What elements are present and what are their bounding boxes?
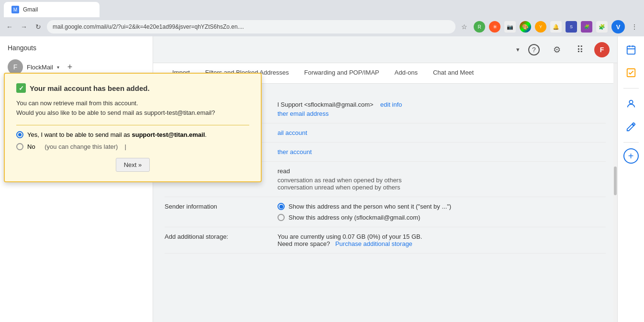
ext-puzzle[interactable]: 🧩 bbox=[581, 21, 592, 33]
browser-tab-gmail[interactable]: M Gmail bbox=[4, 2, 100, 17]
content-area: Hangouts F FlockMail ▾ + No recent chats… bbox=[0, 36, 644, 322]
calendar-icon[interactable] bbox=[622, 40, 641, 59]
modal-desc-line1: You can now retrieve mail from this acco… bbox=[16, 99, 249, 108]
user-avatar[interactable]: F bbox=[594, 42, 610, 57]
hangouts-title: Hangouts bbox=[8, 44, 36, 52]
tab-forwarding[interactable]: Forwarding and POP/IMAP bbox=[297, 63, 387, 83]
hangouts-dropdown-icon[interactable]: ▾ bbox=[57, 65, 59, 70]
hangouts-add-button[interactable]: + bbox=[63, 60, 77, 74]
svg-point-5 bbox=[629, 100, 633, 104]
read-value1: read bbox=[278, 167, 606, 175]
ext-jigsaw[interactable]: 🧩 bbox=[596, 21, 608, 33]
modal-yes-text: Yes, I want to be able to send mail as s… bbox=[27, 131, 207, 138]
right-panel: + bbox=[617, 36, 644, 322]
bookmark-icon[interactable]: ☆ bbox=[458, 21, 470, 33]
another-email-link[interactable]: ther email address bbox=[278, 110, 606, 117]
read-value: read conversation as read when opened by… bbox=[278, 167, 606, 191]
ext-color[interactable]: 🎨 bbox=[520, 21, 531, 33]
tab-label: Gmail bbox=[23, 6, 38, 13]
ext-yellow[interactable]: Y bbox=[535, 21, 546, 33]
right-panel-add-button[interactable]: + bbox=[623, 148, 639, 164]
read-desc2: conversation unread when opened by other… bbox=[278, 184, 606, 191]
storage-label: Add additional storage: bbox=[165, 233, 270, 240]
header-actions: ▾ ? ⚙ ⠿ F bbox=[516, 41, 610, 58]
storage-need-text: Need more space? bbox=[278, 240, 330, 247]
import-value: ther account bbox=[278, 148, 606, 155]
ext-shield[interactable]: S bbox=[566, 21, 577, 33]
sender-option2-row: Show this address only (sflockmail@gmail… bbox=[278, 214, 606, 221]
modal-radio-yes[interactable] bbox=[16, 131, 23, 138]
contacts-icon[interactable] bbox=[622, 94, 641, 113]
sender-option1-label: Show this address and the person who sen… bbox=[289, 203, 451, 210]
send-mail-account: l Support <sflockmail@gmail.com> bbox=[278, 101, 373, 108]
hangouts-header: Hangouts bbox=[0, 36, 153, 56]
send-mail-value: l Support <sflockmail@gmail.com> edit in… bbox=[278, 101, 606, 117]
reload-button[interactable]: ↻ bbox=[33, 21, 44, 33]
ext-camera[interactable]: 📷 bbox=[504, 21, 516, 33]
settings-icon[interactable]: ⚙ bbox=[548, 41, 566, 58]
apps-icon[interactable]: ⠿ bbox=[571, 41, 588, 58]
gmail-header: ▾ ? ⚙ ⠿ F bbox=[153, 36, 617, 63]
modal-divider bbox=[16, 125, 249, 125]
modal-no-sub: (you can change this later) bbox=[44, 143, 118, 150]
ext-bell[interactable]: 🔔 bbox=[550, 21, 562, 33]
right-panel-divider bbox=[623, 88, 639, 89]
forward-button[interactable]: → bbox=[18, 21, 30, 33]
address-text: mail.google.com/mail/u/2/?ui=2&ik=4e20e1… bbox=[53, 23, 244, 30]
browser-toolbar: ← → ↻ mail.google.com/mail/u/2/?ui=2&ik=… bbox=[0, 17, 644, 36]
storage-value: You are currently using 0.07 GB (0%) of … bbox=[278, 233, 606, 247]
scrollbar[interactable] bbox=[613, 63, 617, 322]
modal-title: Your mail account has been added. bbox=[30, 84, 150, 92]
modal-option-no[interactable]: No (you can change this later) | bbox=[16, 143, 249, 150]
mail-account-link[interactable]: ail account bbox=[278, 129, 307, 136]
check-mail-value: ail account bbox=[278, 129, 606, 136]
import-account-link[interactable]: ther account bbox=[278, 148, 312, 155]
sender-option1-row: Show this address and the person who sen… bbox=[278, 203, 606, 210]
ext-recaptcha[interactable]: R bbox=[474, 21, 485, 33]
edit-info-link[interactable]: edit info bbox=[380, 101, 402, 108]
page-wrapper: M Gmail ← → ↻ mail.google.com/mail/u/2/?… bbox=[0, 0, 644, 322]
help-icon[interactable]: ? bbox=[525, 41, 543, 58]
storage-desc: You are currently using 0.07 GB (0%) of … bbox=[278, 233, 606, 240]
tab-favicon: M bbox=[11, 6, 19, 13]
modal-box: ✓ Your mail account has been added. You … bbox=[4, 73, 262, 182]
right-panel-divider2 bbox=[623, 142, 639, 143]
sender-info-row: Sender information Show this address and… bbox=[165, 197, 606, 227]
modal-desc-line2: Would you also like to be able to send m… bbox=[16, 108, 249, 118]
help-symbol: ? bbox=[528, 44, 540, 56]
svg-rect-0 bbox=[627, 46, 635, 55]
header-dropdown-arrow[interactable]: ▾ bbox=[516, 46, 520, 53]
read-desc1: conversation as read when opened by othe… bbox=[278, 177, 606, 184]
checkmark-icon: ✓ bbox=[16, 83, 26, 93]
storage-need-row: Need more space? Purchase additional sto… bbox=[278, 240, 606, 247]
sender-info-value: Show this address and the person who sen… bbox=[278, 203, 606, 221]
modal-description: You can now retrieve mail from this acco… bbox=[16, 99, 249, 117]
back-button[interactable]: ← bbox=[4, 21, 15, 33]
cursor-indicator: | bbox=[124, 143, 126, 150]
modal-title-row: ✓ Your mail account has been added. bbox=[16, 83, 249, 93]
ext-circle[interactable]: ✳ bbox=[489, 21, 500, 33]
hangouts-username: FlockMail bbox=[27, 64, 53, 71]
toolbar-extensions: ☆ R ✳ 📷 🎨 Y 🔔 S 🧩 🧩 V ⋮ bbox=[458, 20, 640, 33]
sender-option1-radio[interactable] bbox=[278, 203, 285, 210]
modal-yes-email: support-test@titan.email bbox=[132, 131, 205, 138]
modal-option-yes[interactable]: Yes, I want to be able to send mail as s… bbox=[16, 131, 249, 138]
storage-row: Add additional storage: You are currentl… bbox=[165, 227, 606, 254]
tab-addons[interactable]: Add-ons bbox=[387, 63, 425, 83]
tasks-icon[interactable] bbox=[622, 63, 641, 82]
tab-chat-meet[interactable]: Chat and Meet bbox=[425, 63, 481, 83]
sender-option2-label: Show this address only (sflockmail@gmail… bbox=[289, 214, 420, 221]
modal-overlay: ✓ Your mail account has been added. You … bbox=[0, 73, 266, 182]
chrome-user-avatar[interactable]: V bbox=[611, 20, 625, 33]
modal-radio-no[interactable] bbox=[16, 143, 23, 150]
modal-no-text: No bbox=[27, 143, 35, 150]
edit-icon[interactable] bbox=[622, 117, 641, 136]
storage-purchase-link[interactable]: Purchase additional storage bbox=[335, 240, 412, 247]
next-button[interactable]: Next » bbox=[116, 158, 150, 172]
chrome-menu[interactable]: ⋮ bbox=[629, 21, 640, 33]
scrollbar-thumb[interactable] bbox=[614, 167, 617, 195]
sender-option2-radio[interactable] bbox=[278, 214, 285, 221]
modal-footer: Next » bbox=[16, 158, 249, 172]
browser-tabs: M Gmail bbox=[0, 0, 644, 17]
address-bar[interactable]: mail.google.com/mail/u/2/?ui=2&ik=4e20e1… bbox=[47, 20, 455, 33]
